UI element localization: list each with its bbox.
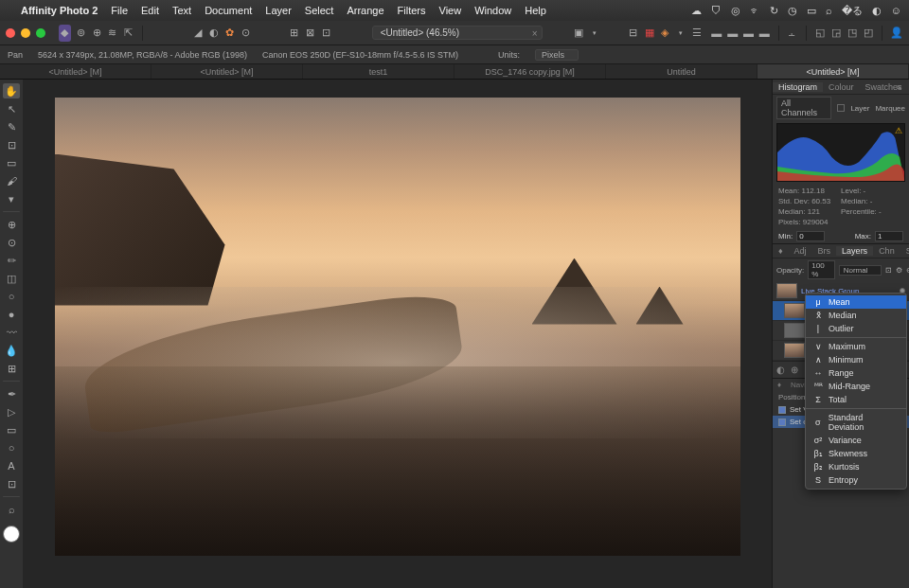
- cloud-icon[interactable]: ☁: [691, 5, 702, 17]
- snap-icon[interactable]: ⊡: [320, 25, 332, 42]
- crop-tool[interactable]: ⊡: [3, 137, 20, 152]
- doc-tab[interactable]: DSC_1746 copy.jpg [M]: [454, 64, 606, 79]
- tab-adj[interactable]: Adj: [789, 246, 812, 256]
- stack-mode-entropy[interactable]: SEntropy: [806, 473, 906, 487]
- tab-brs[interactable]: Brs: [812, 246, 837, 256]
- eraser-tool[interactable]: ◫: [3, 271, 20, 286]
- account-icon[interactable]: 👤: [890, 25, 903, 42]
- shield-icon[interactable]: ⛉: [711, 5, 722, 16]
- hand-tool[interactable]: ✋: [3, 83, 20, 98]
- mesh-tool[interactable]: ⊞: [3, 361, 20, 376]
- stack-mode-standard-deviation[interactable]: σStandard Deviation: [806, 411, 906, 434]
- stack-mode-variance[interactable]: σ²Variance: [806, 434, 906, 447]
- blend-mode[interactable]: Normal: [839, 265, 882, 276]
- flood-tool[interactable]: ▾: [3, 191, 20, 206]
- units-select[interactable]: Pixels: [535, 49, 579, 61]
- tab-stock[interactable]: Stock: [900, 246, 909, 256]
- stack-mode-maximum[interactable]: ∨Maximum: [806, 340, 906, 353]
- panel-menu-icon[interactable]: ≡: [891, 82, 907, 92]
- doc-tab[interactable]: Untitled: [606, 64, 758, 79]
- ellipse-tool[interactable]: ○: [3, 440, 20, 455]
- history-icon[interactable]: ↻: [770, 5, 778, 17]
- max-input[interactable]: [875, 231, 903, 241]
- stack-mode-total[interactable]: ΣTotal: [806, 393, 906, 406]
- shape-tool[interactable]: ▭: [3, 422, 20, 437]
- arrange2-icon[interactable]: ▦: [643, 25, 655, 42]
- tab-nav-info[interactable]: ♦: [773, 381, 786, 389]
- adjust-icon[interactable]: ⊕: [791, 365, 798, 375]
- menu-layer[interactable]: Layer: [265, 5, 292, 16]
- wifi-icon[interactable]: ᯤ: [750, 5, 760, 16]
- minimize-window[interactable]: [21, 28, 30, 38]
- search-icon[interactable]: ⌕: [826, 5, 832, 16]
- grid-icon[interactable]: ⊞: [288, 25, 300, 42]
- arrange3-icon[interactable]: ◈: [659, 25, 671, 42]
- tab-info[interactable]: ♦: [773, 246, 789, 256]
- stack-mode-minimum[interactable]: ∧Minimum: [806, 353, 906, 366]
- maximize-window[interactable]: [36, 28, 45, 38]
- text-tool[interactable]: A: [3, 458, 20, 473]
- order4-icon[interactable]: ▬: [758, 25, 771, 42]
- guides-icon[interactable]: ⊠: [304, 25, 316, 42]
- menu-select[interactable]: Select: [305, 5, 334, 16]
- close-window[interactable]: [6, 28, 15, 38]
- zoom-tool[interactable]: ⌕: [3, 502, 20, 517]
- persona-export[interactable]: ⇱: [122, 25, 134, 42]
- selection-tool[interactable]: ▭: [3, 155, 20, 170]
- autocontrast-icon[interactable]: ◐: [208, 25, 221, 42]
- stack-mode-outlier[interactable]: |Outlier: [806, 322, 906, 335]
- persona-photo[interactable]: ◆: [59, 25, 71, 42]
- close-doc-icon[interactable]: ×: [532, 28, 538, 39]
- clone-tool[interactable]: ⊙: [3, 235, 20, 250]
- menu-window[interactable]: Window: [474, 5, 511, 16]
- frame-text-tool[interactable]: ⊡: [3, 476, 20, 491]
- arrange-dd[interactable]: ▾: [675, 25, 687, 42]
- doc-tab[interactable]: <Untitled> [M]: [0, 64, 152, 79]
- gear-icon[interactable]: ⚙: [896, 266, 902, 275]
- autolevels-icon[interactable]: ◢: [192, 25, 205, 42]
- persona-tone[interactable]: ≋: [106, 25, 118, 42]
- tab-chn[interactable]: Chn: [873, 246, 900, 256]
- stack-mode-range[interactable]: ↔Range: [806, 366, 906, 380]
- autocolors-icon[interactable]: ✿: [224, 25, 237, 42]
- brush-tool[interactable]: 🖌: [3, 173, 20, 188]
- tab-layers[interactable]: Layers: [836, 246, 873, 256]
- burn-tool[interactable]: ●: [3, 307, 20, 322]
- tab-colour[interactable]: Colour: [823, 82, 860, 92]
- order2-icon[interactable]: ▬: [726, 25, 739, 42]
- insert1-icon[interactable]: ◱: [814, 25, 827, 42]
- healing-tool[interactable]: ⊕: [3, 217, 20, 232]
- display-icon[interactable]: ▭: [807, 5, 816, 17]
- persona-develop[interactable]: ⊕: [91, 25, 103, 42]
- doc-tab[interactable]: <Untitled> [M]: [758, 64, 909, 79]
- app-name[interactable]: Affinity Photo 2: [21, 5, 98, 16]
- inpaint-tool[interactable]: ✏: [3, 253, 20, 268]
- stack-mode-skewness[interactable]: β₁Skewness: [806, 447, 906, 460]
- stack-mode-mean[interactable]: μMean: [806, 295, 906, 309]
- pen-tool[interactable]: ✒: [3, 386, 20, 401]
- mask-icon[interactable]: ◐: [776, 365, 785, 375]
- node-tool[interactable]: ▷: [3, 404, 20, 419]
- order3-icon[interactable]: ▬: [742, 25, 755, 42]
- document-title[interactable]: <Untitled> (46.5%) ×: [372, 26, 543, 40]
- autowhite-icon[interactable]: ⊙: [240, 25, 252, 42]
- insert2-icon[interactable]: ◲: [830, 25, 843, 42]
- insert4-icon[interactable]: ◰: [863, 25, 875, 42]
- camera-icon[interactable]: ◎: [731, 5, 740, 17]
- assistant-icon[interactable]: ☰: [691, 25, 704, 42]
- menu-help[interactable]: Help: [525, 5, 546, 16]
- dodge-tool[interactable]: ○: [3, 289, 20, 304]
- doc-tab[interactable]: test1: [303, 64, 454, 79]
- order1-icon[interactable]: ▬: [710, 25, 722, 42]
- stack-mode-kurtosis[interactable]: β₂Kurtosis: [806, 460, 906, 473]
- min-input[interactable]: [796, 231, 825, 241]
- doc-tab[interactable]: <Untitled> [M]: [152, 64, 303, 79]
- menu-document[interactable]: Document: [205, 5, 252, 16]
- siri-icon[interactable]: ◐: [872, 5, 882, 17]
- opacity-value[interactable]: 100 %: [808, 260, 834, 279]
- menu-file[interactable]: File: [111, 5, 128, 16]
- layer-check[interactable]: [837, 104, 845, 112]
- menu-filters[interactable]: Filters: [398, 5, 426, 16]
- canvas[interactable]: [55, 98, 740, 556]
- color-swatch[interactable]: [3, 526, 20, 543]
